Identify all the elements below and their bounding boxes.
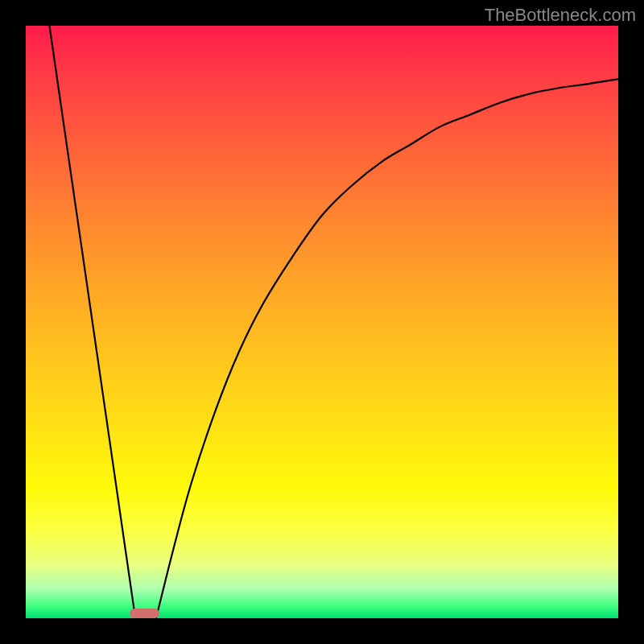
- curve-layer: [26, 26, 618, 618]
- optimal-marker: [130, 609, 159, 618]
- chart-container: TheBottleneck.com: [0, 0, 644, 644]
- curve-left-segment: [49, 26, 135, 618]
- watermark-text: TheBottleneck.com: [485, 5, 636, 26]
- plot-area: [26, 26, 618, 618]
- curve-right-segment: [156, 79, 618, 618]
